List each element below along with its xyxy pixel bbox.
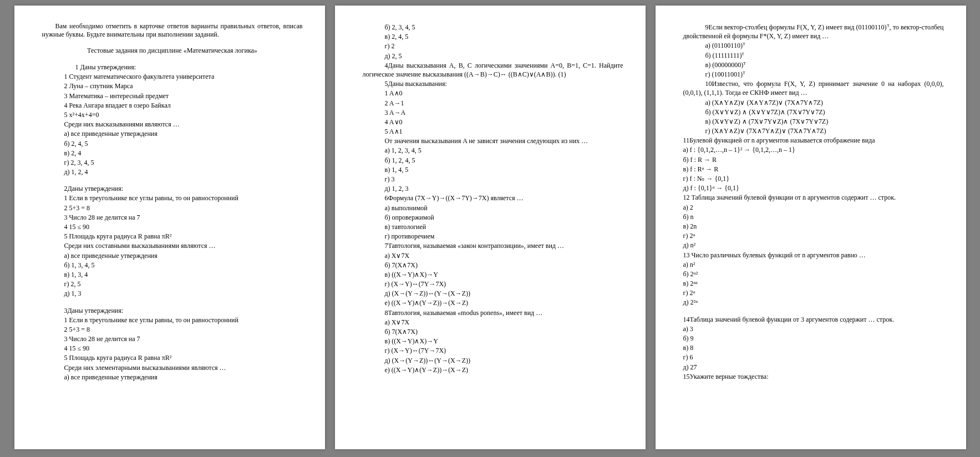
text-line: а) n²: [683, 260, 944, 269]
page-3-content: 9Если вектор-столбец формулы F(X, Y, Z) …: [683, 23, 944, 381]
instructions-text: Вам необходимо отметить в карточке ответ…: [42, 22, 303, 39]
text-line: 12 Таблица значений булевой функции от n…: [683, 193, 944, 202]
text-line: г) (X→Y)↔(7Y→7X): [363, 280, 623, 288]
text-line: д) 1, 3: [42, 289, 303, 298]
text-line: в) 2ⁿⁿ: [683, 279, 944, 288]
page-1-content: 1 Даны утверждения:1 Студент математичес…: [42, 63, 303, 382]
text-line: 1 Даны утверждения:: [42, 63, 303, 72]
page-2-content: б) 2, 3, 4, 5в) 2, 4, 5г) 2д) 2, 54Даны …: [363, 23, 623, 374]
text-line: в) ((X→Y)∧X)→Y: [363, 337, 623, 346]
text-line: а) 2: [683, 203, 944, 212]
text-line: в) (00000000)ᵀ: [683, 60, 944, 69]
text-line: Среди них элементарными высказываниями я…: [42, 363, 303, 372]
text-line: б) n: [683, 212, 944, 221]
document-title: Тестовые задания по дисциплине «Математи…: [42, 47, 303, 55]
text-line: 9Если вектор-столбец формулы F(X, Y, Z) …: [683, 23, 944, 40]
text-line: 4Даны высказывания A, B, C логическими з…: [363, 61, 623, 79]
text-line: д) 1, 2, 4: [42, 167, 303, 176]
text-line: а) все приведенные утверждения: [42, 129, 303, 138]
text-line: б) 9: [683, 334, 944, 343]
text-line: е) ((X→Y)∧(Y→Z))→(X→Z): [363, 298, 623, 307]
text-line: а) выполнимой: [363, 204, 623, 212]
text-line: 14Таблица значений булевой функции от 3 …: [683, 315, 944, 324]
text-line: 3 Число 28 не делится на 7: [42, 213, 303, 222]
text-line: а) все приведенные утверждения: [42, 251, 303, 260]
text-line: в) 2, 4: [42, 149, 303, 158]
text-line: г) (10011001)ᵀ: [683, 70, 944, 79]
text-line: 2 5+3 = 8: [42, 204, 303, 212]
text-line: б) опровержимой: [363, 213, 623, 222]
text-line: в) 8: [683, 343, 944, 352]
text-line: г) 2ⁿ: [683, 288, 944, 297]
text-line: г) 3: [363, 175, 623, 184]
text-line: г) 2ⁿ: [683, 231, 944, 240]
text-line: От значения высказывания A не зависят зн…: [363, 136, 623, 145]
text-line: б) 2, 4, 5: [42, 139, 303, 148]
text-line: г) 2, 3, 4, 5: [42, 158, 303, 167]
text-line: 13 Число различных булевых функций от n …: [683, 251, 944, 260]
text-line: д) 2, 5: [363, 52, 623, 60]
text-line: а) 1, 2, 3, 4, 5: [363, 146, 623, 155]
text-line: 5 Площадь круга радиуса R равна πR²: [42, 353, 303, 362]
text-line: а) 3: [683, 324, 944, 333]
text-line: б) (11111111)ᵀ: [683, 51, 944, 60]
text-line: 4 15 ≤ 90: [42, 344, 303, 353]
document-page-3: 9Если вектор-столбец формулы F(X, Y, Z) …: [656, 6, 966, 449]
text-line: в) 2, 4, 5: [363, 32, 623, 41]
document-page-1: Вам необходимо отметить в карточке ответ…: [14, 6, 325, 449]
text-line: 2 5+3 = 8: [42, 325, 303, 334]
text-line: б) f : R → R: [683, 155, 944, 164]
text-line: 10Известно, что формула F(X, Y, Z) прини…: [683, 79, 944, 97]
text-line: 5Даны высказывания:: [363, 79, 623, 88]
text-line: 4 A∨0: [363, 118, 623, 126]
text-line: 5 x²+4x+4=0: [42, 110, 303, 119]
text-line: 6Формула (7X→Y)→((X→7Y)→7X) является …: [363, 194, 623, 202]
text-line: б) 7(X∧7X): [363, 327, 623, 336]
text-line: 1 Если в треугольнике все углы равны, то…: [42, 194, 303, 202]
text-line: 2 A→1: [363, 99, 623, 108]
text-line: 5 A∧1: [363, 127, 623, 136]
text-line: д) (X→(Y→Z))↔(Y→(X→Z)): [363, 289, 623, 298]
text-line: г) f : N₀ → {0,1}: [683, 174, 944, 183]
text-line: д) 1, 2, 3: [363, 184, 623, 193]
text-line: 11Булевой функцией от n аргументов назыв…: [683, 136, 944, 145]
text-line: 15Укажите верные тождества:: [683, 372, 944, 381]
text-line: г) 2, 5: [42, 280, 303, 288]
text-line: 3 Число 28 не делится на 7: [42, 334, 303, 343]
text-line: 1 Студент математического факультета уни…: [42, 72, 303, 81]
text-line: д) (X→(Y→Z))↔(Y→(X→Z)): [363, 356, 623, 365]
text-line: б) 1, 2, 4, 5: [363, 156, 623, 165]
text-line: в) f : Rⁿ → R: [683, 165, 944, 174]
text-line: г) (X→Y)↔(7Y→7X): [363, 346, 623, 355]
text-line: 4 15 ≤ 90: [42, 222, 303, 231]
text-line: 3 Математика – интересный предмет: [42, 92, 303, 100]
text-line: 2Даны утверждения:: [42, 184, 303, 193]
text-line: 5 Площадь круга радиуса R равна πR²: [42, 232, 303, 241]
text-line: 1 A∧0: [363, 89, 623, 98]
text-line: г) 6: [683, 353, 944, 362]
text-line: а) все приведенные утверждения: [42, 373, 303, 382]
text-line: а) f : {0,1,2,…,n – 1}² → {0,1,2,…,n – 1…: [683, 145, 944, 154]
text-line: а) X∨7X: [363, 251, 623, 260]
text-line: Среди них высказываниями являются …: [42, 120, 303, 129]
text-line: б) 2ⁿ²: [683, 270, 944, 278]
text-line: б) 2, 3, 4, 5: [363, 23, 623, 32]
text-line: г) (X∧Y∧Z)∨ (7X∧7Y∧Z)∨ (7X∧7Y∧7Z): [683, 126, 944, 135]
text-line: в) тавтологией: [363, 222, 623, 231]
text-line: д) 27: [683, 363, 944, 372]
text-line: в) (X∨Y∨Z) ∧ (7X∨7Y∨Z)∧ (7X∨7Y∨7Z): [683, 117, 944, 126]
text-line: в) 2n: [683, 222, 944, 231]
text-line: 3Даны утверждения:: [42, 306, 303, 315]
text-line: а) X∨7X: [363, 318, 623, 327]
text-line: б) 7(X∧7X): [363, 261, 623, 270]
text-line: д) 2²ⁿ: [683, 298, 944, 307]
text-line: б) 1, 3, 4, 5: [42, 261, 303, 270]
text-line: а) (01100110)ᵀ: [683, 41, 944, 50]
text-line: д) n²: [683, 241, 944, 250]
document-page-2: б) 2, 3, 4, 5в) 2, 4, 5г) 2д) 2, 54Даны …: [335, 6, 646, 449]
text-line: в) 1, 3, 4: [42, 270, 303, 279]
text-line: г) 2: [363, 42, 623, 50]
text-line: е) ((X→Y)∧(Y→Z))→(X→Z): [363, 365, 623, 374]
text-line: д) f : {0,1}ⁿ → {0,1}: [683, 184, 944, 192]
text-line: в) ((X→Y)∧X)→Y: [363, 270, 623, 279]
